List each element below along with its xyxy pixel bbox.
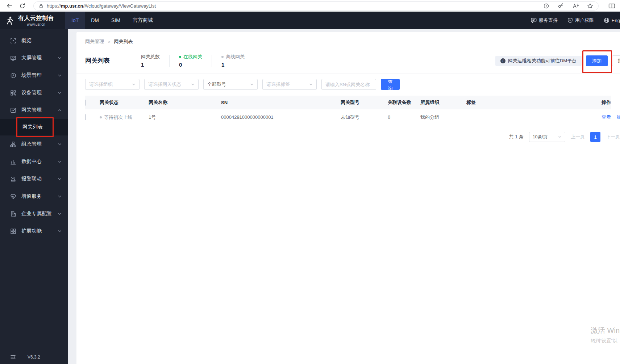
model-select[interactable]: 全部型号 (203, 79, 258, 90)
col-gateway-name: 网关名称 (149, 99, 221, 106)
breadcrumb-separator: > (108, 39, 111, 45)
browser-refresh-button[interactable] (18, 1, 26, 10)
gateway-table: 网关状态 网关名称 SN 网关型号 关联设备数 所属组织 标签 操作 等待初次上… (85, 96, 611, 125)
chevron-down-icon (191, 83, 195, 86)
language-switch[interactable]: Eng (604, 17, 620, 23)
sidebar-item-value-added[interactable]: 增值服务 (0, 188, 68, 205)
info-icon: i (500, 58, 505, 63)
chevron-down-icon (250, 83, 254, 86)
edit-link-clipped[interactable]: 编 (617, 114, 620, 121)
col-organization: 所属组织 (420, 99, 466, 106)
view-link[interactable]: 查看 (602, 114, 611, 121)
alarm-siren-icon (10, 176, 16, 182)
next-page-button[interactable]: 下一页 (606, 134, 620, 140)
app-title: 有人云控制台 (18, 14, 54, 22)
service-support-link[interactable]: 服务支持 (531, 17, 558, 24)
prev-page-button[interactable]: 上一页 (571, 134, 585, 140)
table-row: 等待初次上线 1号 00004291000000000001 未知型号 0 我的… (85, 109, 611, 125)
organization-cell: 我的分组 (420, 114, 466, 121)
geolocation-icon[interactable] (543, 3, 549, 9)
filter-bar: 请选择组织 请选择网关状态 全部型号 请选择标签 查询 (85, 79, 611, 90)
query-button[interactable]: 查询 (381, 79, 400, 90)
address-bar[interactable]: https://mp.usr.cn/#/cloud/gateway/ViewGa… (33, 1, 599, 11)
stat-online: 在线网关 0 (179, 54, 202, 68)
row-checkbox[interactable] (85, 114, 86, 120)
table-header-row: 网关状态 网关名称 SN 网关型号 关联设备数 所属组织 标签 操作 (85, 96, 611, 109)
sidebar-item-data-center[interactable]: 数据中心 (0, 153, 68, 170)
diamond-badge-icon (10, 193, 16, 200)
building-icon (10, 211, 16, 217)
breadcrumb-parent[interactable]: 网关管理 (85, 38, 104, 45)
sidebar-item-enterprise-config[interactable]: 企业专属配置 (0, 205, 68, 222)
stat-total: 网关总数 1 (141, 54, 160, 68)
col-sn: SN (221, 100, 341, 105)
status-dot-icon (100, 116, 102, 118)
lock-icon (39, 4, 43, 8)
chevron-down-icon (58, 160, 62, 164)
collapse-sidebar-icon[interactable] (10, 355, 16, 360)
chat-bubble-icon (531, 18, 537, 23)
app-top-bar: 有人云控制台 www.usr.cn IoT DM SIM 官方商城 服务支持 用… (0, 12, 620, 29)
tab-iot[interactable]: IoT (65, 12, 85, 29)
chevron-down-icon (58, 194, 62, 198)
sn-cell: 00004291000000000001 (221, 114, 341, 120)
total-count: 共 1 条 (509, 134, 524, 140)
gateway-stats: 网关总数 1 在线网关 0 离线网关 1 (141, 54, 245, 68)
sidebar-item-screen-mgmt[interactable]: 大屏管理 (0, 49, 68, 67)
page-size-select[interactable]: 10条/页 (529, 132, 565, 142)
chevron-down-icon (558, 135, 562, 139)
tag-select[interactable]: 请选择标签 (262, 79, 317, 90)
split-screen-icon[interactable] (607, 1, 616, 10)
big-screen-icon (10, 55, 16, 61)
read-aloud-icon[interactable] (572, 3, 579, 9)
sidebar-item-scene-mgmt[interactable]: 场景管理 (0, 67, 68, 84)
sidebar-item-scada-mgmt[interactable]: 组态管理 (0, 135, 68, 153)
gateway-status-select[interactable]: 请选择网关状态 (144, 79, 199, 90)
sidebar-item-gateway-list[interactable]: 网关列表 (0, 119, 68, 135)
four-squares-icon (10, 228, 16, 234)
sidebar-item-overview[interactable]: 概览 (0, 32, 68, 49)
sidebar-item-gateway-mgmt[interactable]: 网关管理 (0, 101, 68, 119)
page-title: 网关列表 (85, 57, 110, 65)
password-key-icon[interactable] (558, 3, 564, 9)
user-permission-link[interactable]: 用户权限 (567, 17, 594, 24)
org-select[interactable]: 请选择组织 (85, 79, 140, 90)
chevron-down-icon (58, 177, 62, 181)
chevron-down-icon (58, 212, 62, 216)
sidebar-item-alarm-linkage[interactable]: 报警联动 (0, 170, 68, 188)
col-linked-devices: 关联设备数 (388, 99, 420, 106)
online-dot-icon (179, 56, 181, 58)
gateway-status-cell: 等待初次上线 (100, 114, 149, 121)
platform-tabs: IoT DM SIM 官方商城 (65, 12, 159, 29)
sidebar-item-extensions[interactable]: 扩展功能 (0, 222, 68, 240)
stat-offline-value: 1 (221, 62, 245, 68)
device-grid-icon (10, 90, 16, 96)
favorite-star-icon[interactable] (587, 3, 593, 9)
main-content: 网关管理 > 网关列表 网关列表 网关总数 1 在线网关 0 (68, 29, 620, 364)
tab-official-store[interactable]: 官方商城 (126, 12, 159, 29)
sn-search-input[interactable] (321, 79, 376, 90)
browser-back-button[interactable] (5, 1, 14, 10)
chevron-down-icon (58, 142, 62, 146)
current-page[interactable]: 1 (590, 132, 600, 142)
gateway-name-cell: 1号 (149, 114, 221, 121)
sidebar-item-device-mgmt[interactable]: 设备管理 (0, 84, 68, 101)
brand-logo[interactable]: 有人云控制台 www.usr.cn (0, 12, 65, 29)
gateway-model-cell: 未知型号 (341, 114, 388, 121)
tab-dm[interactable]: DM (85, 12, 105, 29)
tab-sim[interactable]: SIM (105, 12, 126, 29)
stat-total-value: 1 (141, 62, 160, 68)
select-all-checkbox[interactable] (85, 100, 86, 106)
add-gateway-button[interactable]: 添加 (586, 55, 608, 66)
chevron-down-icon (58, 74, 62, 78)
sidebar: 概览 大屏管理 场景管理 设备管理 网关管理 网关列表 (0, 29, 68, 364)
col-tags: 标签 (466, 99, 602, 106)
dm-platform-notice: i 网关运维相关功能可前往DM平台 (495, 56, 582, 66)
batch-import-button[interactable]: 批 (612, 55, 620, 66)
scene-hexagon-icon (10, 72, 16, 79)
divider (76, 74, 620, 74)
chevron-down-icon (132, 83, 136, 86)
col-gateway-status: 网关状态 (100, 99, 149, 106)
url-text: https://mp.usr.cn/#/cloud/gateway/ViewGa… (47, 3, 156, 9)
linked-devices-cell: 0 (388, 114, 420, 120)
